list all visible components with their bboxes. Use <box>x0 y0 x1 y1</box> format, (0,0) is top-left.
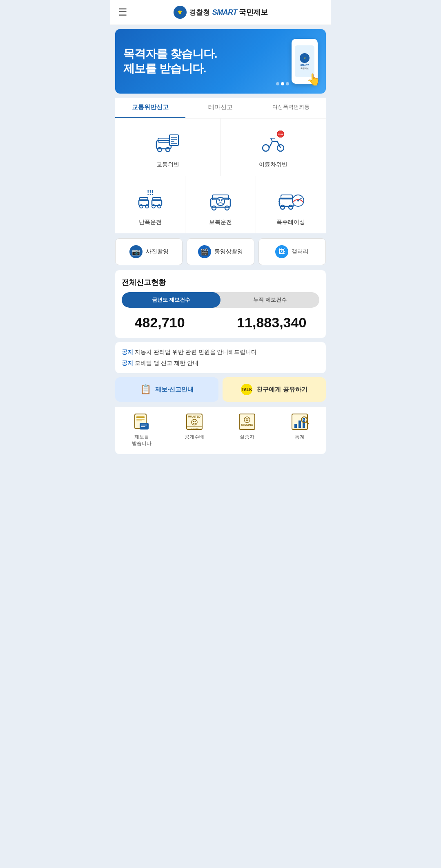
svg-point-31 <box>221 200 222 201</box>
banner-right: ⚜ SMART 국민제보 👆 <box>292 39 318 84</box>
media-action-buttons: 📷 사진촬영 🎬 동영상촬영 🖼 갤러리 <box>115 238 326 265</box>
dot <box>286 82 289 85</box>
tab-crime[interactable]: 여성폭력범죄등 <box>256 98 326 118</box>
photo-button[interactable]: 📷 사진촬영 <box>115 238 183 265</box>
photo-label: 사진촬영 <box>146 248 169 255</box>
svg-rect-44 <box>136 419 145 420</box>
footer-item-report[interactable]: 제보를받습니다 <box>115 412 168 447</box>
banner-text: 목격자를 찾습니다. 제보를 받습니다. <box>123 47 217 76</box>
menu-button[interactable]: ☰ <box>118 7 127 18</box>
video-button[interactable]: 🎬 동영상촬영 <box>187 238 254 265</box>
svg-point-25 <box>212 206 216 210</box>
notice-label-2: 공지 <box>122 359 133 367</box>
svg-text:MISSING: MISSING <box>241 423 253 426</box>
footer-stats-icon <box>290 412 310 432</box>
two-wheel-icon: STOP <box>258 128 288 157</box>
phone-logo: ⚜ <box>300 53 310 63</box>
footer-item-wanted[interactable]: WANTED 공개수배 공개수배 <box>168 412 220 447</box>
logo-prefix: 경찰청 <box>189 8 210 17</box>
footer-navigation: 제보를받습니다 WANTED 공개수배 공개수배 <box>115 407 326 454</box>
footer-missing-icon: MISSING <box>237 412 257 432</box>
gallery-button[interactable]: 🖼 갤러리 <box>258 238 326 265</box>
svg-rect-63 <box>294 424 297 428</box>
gallery-label: 갤러리 <box>292 248 309 255</box>
category-two-wheel[interactable]: STOP 이륜차위반 <box>221 119 326 176</box>
street-racing-icon <box>276 185 305 215</box>
hand-icon: 👆 <box>307 73 321 86</box>
notice-item-2[interactable]: 공지 모바일 앱 신고 제한 안내 <box>122 359 319 367</box>
category-row-2: !!! 난폭운전 <box>115 176 326 233</box>
categories-grid: 교통위반 STOP 이륜차위반 <box>115 118 326 233</box>
footer-item-missing[interactable]: MISSING 실종자 <box>220 412 273 447</box>
svg-point-26 <box>225 206 229 210</box>
photo-icon: 📷 <box>129 245 143 258</box>
kakao-share-button[interactable]: TALK 친구에게 공유하기 <box>223 377 326 402</box>
notice-item-1[interactable]: 공지 자동차 관리법 위반 관련 민원을 안내해드립니다 <box>122 348 319 356</box>
revenge-driving-label: 보복운전 <box>209 219 232 226</box>
header: ☰ ⚜ 경찰청 SMART 국민제보 <box>110 0 331 25</box>
svg-point-38 <box>297 200 299 201</box>
stats-section: 전체신고현황 금년도 제보건수 누적 제보건수 482,710 11,883,3… <box>115 270 326 338</box>
svg-rect-46 <box>140 423 149 430</box>
svg-point-60 <box>247 418 248 420</box>
category-road-rage[interactable]: !!! 난폭운전 <box>115 176 185 233</box>
stats-number-cumulative: 11,883,340 <box>237 315 306 331</box>
footer-wanted-icon: WANTED 공개수배 <box>185 412 204 432</box>
talk-icon: TALK <box>241 384 252 395</box>
traffic-violation-label: 교통위반 <box>156 161 179 168</box>
gallery-icon: 🖼 <box>275 245 288 258</box>
stats-toggle: 금년도 제보건수 누적 제보건수 <box>122 292 319 308</box>
svg-text:STOP: STOP <box>278 133 283 136</box>
traffic-violation-icon <box>153 128 183 157</box>
svg-text:공개수배: 공개수배 <box>190 427 198 430</box>
kakao-share-label: 친구에게 공유하기 <box>256 386 307 394</box>
svg-point-35 <box>289 205 293 209</box>
category-traffic-violation[interactable]: 교통위반 <box>115 119 221 176</box>
stats-divider <box>211 314 211 331</box>
svg-point-54 <box>194 421 196 422</box>
notice-label-1: 공지 <box>122 348 133 356</box>
dot <box>276 82 279 85</box>
category-revenge-driving[interactable]: 보복운전 <box>185 176 256 233</box>
footer-wanted-label: 공개수배 <box>185 434 204 441</box>
svg-point-53 <box>193 421 194 422</box>
svg-rect-43 <box>136 416 145 418</box>
road-rage-label: 난폭운전 <box>139 219 162 226</box>
bottom-action-buttons: 📋 제보·신고안내 TALK 친구에게 공유하기 <box>115 377 326 402</box>
revenge-driving-icon <box>206 185 235 215</box>
notices-section: 공지 자동차 관리법 위반 관련 민원을 안내해드립니다 공지 모바일 앱 신고… <box>115 342 326 373</box>
svg-text:!!!: !!! <box>147 189 154 196</box>
svg-point-30 <box>218 200 220 201</box>
svg-point-2 <box>158 148 162 152</box>
stats-numbers: 482,710 11,883,340 <box>122 314 319 331</box>
stats-number-current: 482,710 <box>135 315 185 331</box>
video-icon: 🎬 <box>198 245 211 258</box>
footer-item-stats[interactable]: 통계 <box>273 412 326 447</box>
two-wheel-label: 이륜차위반 <box>259 161 287 168</box>
dot-active <box>281 82 284 85</box>
street-racing-label: 폭주레이싱 <box>276 219 305 226</box>
footer-stats-label: 통계 <box>295 434 305 441</box>
app-logo: ⚜ 경찰청 SMART 국민제보 <box>174 6 268 19</box>
stats-toggle-current[interactable]: 금년도 제보건수 <box>122 292 220 308</box>
svg-point-59 <box>245 418 247 420</box>
category-street-racing[interactable]: 폭주레이싱 <box>256 176 326 233</box>
tab-traffic[interactable]: 교통위반신고 <box>115 98 185 118</box>
logo-badge-icon: ⚜ <box>174 6 187 19</box>
report-guide-button[interactable]: 📋 제보·신고안내 <box>115 377 218 402</box>
notice-text-2: 모바일 앱 신고 제한 안내 <box>135 359 198 367</box>
stats-title: 전체신고현황 <box>122 277 319 287</box>
category-tabs: 교통위반신고 테마신고 여성폭력범죄등 <box>115 98 326 118</box>
tab-theme[interactable]: 테마신고 <box>185 98 256 118</box>
svg-point-27 <box>216 197 225 206</box>
footer-report-label: 제보를받습니다 <box>132 434 151 447</box>
report-guide-icon: 📋 <box>140 384 151 395</box>
category-row-1: 교통위반 STOP 이륜차위반 <box>115 118 326 176</box>
svg-rect-45 <box>136 421 142 421</box>
stats-toggle-cumulative[interactable]: 누적 제보건수 <box>220 292 319 308</box>
video-label: 동영상촬영 <box>214 248 243 255</box>
footer-missing-label: 실종자 <box>240 434 254 441</box>
footer-report-icon <box>132 412 151 432</box>
notice-text-1: 자동차 관리법 위반 관련 민원을 안내해드립니다 <box>135 348 257 356</box>
svg-point-3 <box>166 148 170 152</box>
